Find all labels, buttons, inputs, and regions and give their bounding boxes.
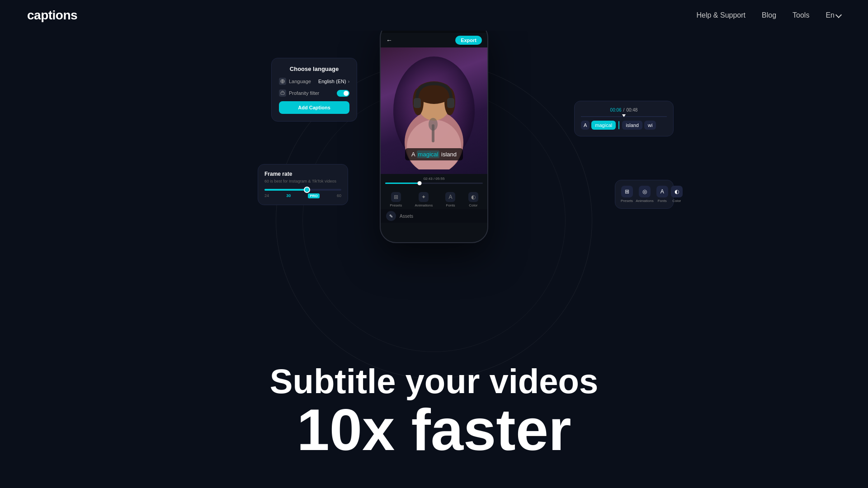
text-cursor <box>618 121 619 129</box>
presets-label: Presets <box>390 203 402 207</box>
wifi-icon: ▲ <box>465 31 469 31</box>
fps-60: 60 <box>337 193 341 198</box>
word-chips-container: A magical island wi <box>581 121 667 130</box>
tool-fonts-label: Fonts <box>658 199 667 203</box>
tool-animations-icon: ◎ <box>639 186 651 197</box>
profanity-icon <box>279 89 286 97</box>
svg-rect-1 <box>281 92 284 94</box>
tool-item-color[interactable]: ◐ Color <box>671 186 683 203</box>
timeline-time-total: 00:48 <box>626 108 637 113</box>
hero-line2: 10x faster <box>231 400 637 459</box>
hero-section: Choose language Language English (EN) › <box>0 31 868 486</box>
timeline-total-time: 05:55 <box>435 177 444 181</box>
nav-links: Help & Support Blog Tools En <box>697 11 841 19</box>
fonts-icon: A <box>445 192 455 202</box>
waveform-marker <box>622 114 626 117</box>
phone-device: 9:41 ▲ ← Expo <box>380 31 488 243</box>
timeline-time-current: 00:06 <box>610 108 622 113</box>
phone-video-area: A magical island <box>381 47 487 174</box>
add-captions-button[interactable]: Add Captions <box>279 101 349 114</box>
tool-fonts[interactable]: A Fonts <box>445 192 455 207</box>
tool-item-presets[interactable]: ⊞ Presets <box>621 186 633 203</box>
tool-animations-label: Animations <box>636 199 654 203</box>
presets-icon: ⊞ <box>391 192 401 202</box>
frame-rate-title: Frame rate <box>264 171 341 177</box>
export-button[interactable]: Export <box>455 36 482 45</box>
tools-grid: ⊞ Presets ◎ Animations A Fonts ◐ Color <box>621 186 668 203</box>
fps-24: 24 <box>264 193 269 198</box>
tool-item-animations[interactable]: ◎ Animations <box>636 186 654 203</box>
phone-header: ← Export <box>381 33 487 47</box>
phone-mockup: 9:41 ▲ ← Expo <box>380 31 488 243</box>
phone-time: 9:41 <box>388 31 396 31</box>
tool-presets-icon: ⊞ <box>621 186 633 197</box>
svg-rect-10 <box>447 98 454 108</box>
frame-rate-slider[interactable] <box>264 189 341 191</box>
assets-label: Assets <box>400 214 413 219</box>
tool-fonts-icon: A <box>656 186 668 197</box>
language-label: Language <box>289 79 311 84</box>
card-choose-language: Choose language Language English (EN) › <box>271 58 357 122</box>
word-chip-magical[interactable]: magical <box>591 121 616 130</box>
card-tools: ⊞ Presets ◎ Animations A Fonts ◐ Color <box>615 180 674 209</box>
caption-highlight: magical <box>417 150 440 158</box>
waveform-bar <box>581 116 667 117</box>
video-caption-overlay: A magical island <box>405 148 463 160</box>
chevron-down-icon <box>835 11 842 18</box>
hero-line1: Subtitle your videos <box>231 362 637 400</box>
slider-labels: 24 30 PRO 60 <box>264 193 341 198</box>
tools-link[interactable]: Tools <box>793 11 809 19</box>
hero-text-block: Subtitle your videos 10x faster <box>231 362 637 459</box>
word-chip-island[interactable]: island <box>622 121 642 130</box>
tool-animations[interactable]: ✦ Animations <box>415 192 433 207</box>
color-icon: ◐ <box>468 192 478 202</box>
tool-presets[interactable]: ⊞ Presets <box>390 192 402 207</box>
help-support-link[interactable]: Help & Support <box>697 11 746 19</box>
language-value: English (EN) <box>318 79 346 84</box>
card-frame-rate: Frame rate 60 is best for Instagram & Ti… <box>258 164 348 205</box>
tool-presets-label: Presets <box>621 199 633 203</box>
logo: captions <box>27 8 77 23</box>
card-timeline: 00:06 / 00:48 A magical island wi <box>574 101 674 136</box>
card-language-title: Choose language <box>279 66 349 72</box>
animations-icon: ✦ <box>419 192 429 202</box>
profanity-label: Profanity filter <box>289 90 319 96</box>
assets-icon[interactable]: ✎ <box>386 211 396 221</box>
tool-color[interactable]: ◐ Color <box>468 192 478 207</box>
phone-assets-bar: ✎ Assets <box>381 209 487 223</box>
slider-thumb <box>304 187 310 193</box>
tool-color-label: Color <box>672 199 681 203</box>
frame-rate-hint: 60 is best for Instagram & TikTok videos <box>264 179 341 183</box>
fps-30: 30 <box>286 193 291 198</box>
profanity-toggle[interactable] <box>337 90 349 97</box>
phone-timeline: 02:43 / 05:55 <box>381 174 487 188</box>
word-chip-wi[interactable]: wi <box>644 121 656 130</box>
language-row: Language English (EN) › <box>279 78 349 85</box>
timeline-progress-bar[interactable] <box>385 183 483 184</box>
fps-pro-badge: PRO <box>308 193 319 198</box>
profanity-row: Profanity filter <box>279 89 349 97</box>
navbar: captions Help & Support Blog Tools En <box>0 0 868 31</box>
tool-color-icon: ◐ <box>671 186 683 197</box>
animations-label: Animations <box>415 203 433 207</box>
slider-fill <box>264 189 307 191</box>
word-chip-a[interactable]: A <box>581 121 590 130</box>
svg-point-12 <box>429 118 438 131</box>
timeline-marker <box>417 181 421 185</box>
chevron-right-icon: › <box>348 79 349 84</box>
tool-item-fonts[interactable]: A Fonts <box>656 186 668 203</box>
timeline-progress-fill <box>385 183 420 184</box>
phone-bottom-bar: ⊞ Presets ✦ Animations A Fonts ◐ Color <box>381 188 487 209</box>
timeline-time-display: 00:06 / 00:48 <box>581 108 667 113</box>
timeline-current-time: 02:43 <box>424 177 433 181</box>
blog-link[interactable]: Blog <box>762 11 776 19</box>
svg-rect-9 <box>414 98 421 108</box>
color-label: Color <box>469 203 477 207</box>
back-icon[interactable]: ← <box>386 37 392 44</box>
language-icon <box>279 78 286 85</box>
timeline-time-sep: / <box>623 108 625 113</box>
lang-label: En <box>826 11 835 19</box>
language-selector[interactable]: En <box>826 11 841 19</box>
fonts-label: Fonts <box>446 203 455 207</box>
